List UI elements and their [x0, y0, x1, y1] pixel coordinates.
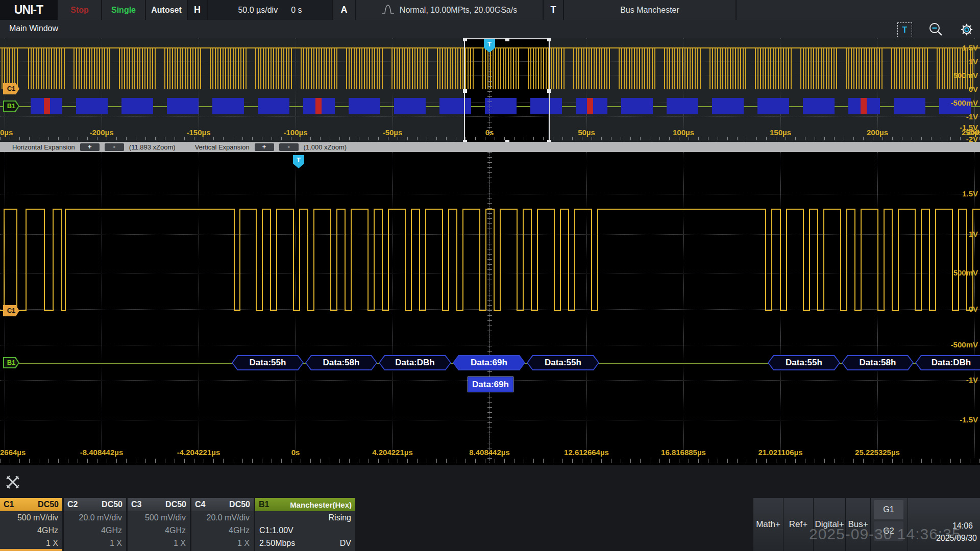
- overview-volt-label: 0V: [969, 85, 978, 93]
- c1-waveform: [0, 152, 980, 465]
- main-waveform-plot[interactable]: Data:55hData:58hData:DBhData:69hData:55h…: [0, 152, 980, 465]
- main-time-label: -8.408442µs: [80, 448, 124, 457]
- acquisition-info-text: Normal, 10.00MPts, 20.00GSa/s: [400, 6, 517, 15]
- c3-name: C3: [131, 500, 141, 509]
- horizontal-expansion-minus-button[interactable]: -: [105, 143, 124, 151]
- decode-box: Data:69h: [453, 355, 525, 370]
- overview-bus-frame: [167, 98, 199, 114]
- decode-box-label: Data:55h: [233, 356, 303, 369]
- overview-bus-error: [315, 98, 322, 114]
- channel-c4-tile[interactable]: C4DC50 20.0 mV/div 4GHz 1 X: [191, 498, 254, 551]
- main-volt-label: 500mV: [953, 268, 978, 277]
- window-settings-gear-icon[interactable]: [960, 22, 973, 36]
- main-time-label: 8.408442µs: [469, 448, 510, 457]
- overview-signal-burst: [937, 47, 973, 89]
- main-volt-label: 1V: [969, 230, 978, 238]
- zoom-window-box[interactable]: [464, 38, 550, 142]
- overview-bus-frame: [121, 98, 153, 114]
- overview-time-label: 100µs: [673, 128, 694, 137]
- autoset-button[interactable]: Autoset: [146, 0, 188, 20]
- c3-coupling: DC50: [165, 500, 186, 509]
- overview-signal-burst: [800, 47, 837, 89]
- main-b1-tag-label: B1: [4, 358, 18, 367]
- c1-bandwidth: 4GHz: [0, 524, 62, 537]
- single-button[interactable]: Single: [102, 0, 146, 20]
- bus-add-button[interactable]: Bus+: [846, 498, 871, 551]
- digital-add-button[interactable]: Digital+: [814, 498, 846, 551]
- b1-name: B1: [259, 500, 269, 509]
- overview-gridline: [296, 38, 296, 135]
- acquisition-info[interactable]: Normal, 10.00MPts, 20.00GSa/s: [356, 0, 544, 20]
- decode-box-label: Data:DBh: [916, 356, 980, 369]
- overview-signal-burst: [0, 47, 18, 89]
- overview-bus-frame: [667, 98, 698, 114]
- overview-time-label: 0µs: [0, 128, 13, 137]
- bus-status[interactable]: Bus Manchester: [564, 0, 737, 20]
- horizontal-expansion-label: Horizontal Expansion: [12, 143, 75, 151]
- trigger-marker-toggle-icon[interactable]: T: [897, 22, 912, 37]
- main-axis-line: [0, 463, 980, 463]
- channel-c1-tile[interactable]: C1DC50 500 mV/div 4GHz 1 X: [0, 498, 62, 551]
- toolbar-icons: FFT UltraAcq: [737, 0, 980, 20]
- overview-bus-frame: [212, 98, 244, 114]
- overview-volt-label: -2V: [966, 135, 978, 142]
- vertical-expansion-minus-button[interactable]: -: [279, 143, 299, 151]
- b1-edge: Rising: [329, 511, 351, 524]
- main-volt-label: -500mV: [951, 340, 978, 349]
- c3-bandwidth: 4GHz: [128, 524, 190, 537]
- channel-c2-tile[interactable]: C2DC50 20.0 mV/div 4GHz 1 X: [64, 498, 126, 551]
- c1-name: C1: [4, 500, 14, 509]
- zoom-out-icon[interactable]: [929, 22, 943, 36]
- decode-box: Data:58h: [305, 355, 377, 370]
- c1-coupling: DC50: [38, 500, 59, 509]
- overview-signal-burst: [391, 47, 428, 89]
- g2-button[interactable]: G2: [874, 521, 903, 541]
- horizontal-menu-button[interactable]: H: [188, 0, 208, 20]
- main-window-title: Main Window: [9, 24, 58, 33]
- overview-bus-frame: [394, 98, 426, 114]
- overview-bus-frame: [76, 98, 108, 114]
- group-column: G1 G2: [871, 498, 908, 551]
- c2-scale: 20.0 mV/div: [64, 511, 126, 524]
- main-volt-label: 0V: [969, 305, 978, 313]
- main-time-axis: 2664µs-8.408442µs-4.204221µs0s4.204221µs…: [0, 448, 980, 457]
- c2-coupling: DC50: [102, 500, 122, 509]
- stop-button[interactable]: Stop: [58, 0, 102, 20]
- top-toolbar: UNI-T Stop Single Autoset H 50.0 µs/div …: [0, 0, 980, 20]
- main-time-label: 0s: [291, 448, 300, 457]
- math-add-button[interactable]: Math+: [753, 498, 783, 551]
- c4-scale: 20.0 mV/div: [191, 511, 254, 524]
- xy-tools-icon[interactable]: [5, 474, 20, 492]
- overview-bus-error: [587, 98, 593, 114]
- timebase-display[interactable]: 50.0 µs/div 0 s: [208, 0, 333, 20]
- pulse-icon: [381, 3, 395, 17]
- overview-signal-burst: [891, 47, 928, 89]
- acquire-menu-button[interactable]: A: [333, 0, 356, 20]
- oscilloscope-app: UNI-T Stop Single Autoset H 50.0 µs/div …: [0, 0, 980, 551]
- c2-name: C2: [67, 500, 78, 509]
- c4-name: C4: [195, 500, 205, 509]
- main-window-bar: Main Window T: [0, 20, 980, 39]
- overview-volt-label: 1V: [969, 57, 978, 66]
- overview-volt-label: -1V: [966, 112, 978, 121]
- g1-button[interactable]: G1: [874, 500, 903, 519]
- channel-c3-tile[interactable]: C3DC50 500 mV/div 4GHz 1 X: [128, 498, 190, 551]
- c4-coupling: DC50: [229, 500, 250, 509]
- bus-b1-tile[interactable]: B1Manchester(Hex) Rising C1:1.00V 2.50Mb…: [255, 498, 355, 551]
- waveform-overview[interactable]: C1 B1 0µs-200µs-150µs-100µs-50µs0s50µs10…: [0, 38, 980, 142]
- c2-probe: 1 X: [64, 537, 126, 549]
- decode-box: Data:DBh: [915, 355, 980, 370]
- c4-bandwidth: 4GHz: [191, 524, 254, 537]
- overview-volt-label: -500mV: [951, 98, 978, 107]
- overview-bus-frame: [712, 98, 744, 114]
- horizontal-expansion-plus-button[interactable]: +: [80, 143, 100, 151]
- overview-signal-burst: [664, 47, 701, 89]
- overview-b1-tag-label: B1: [4, 102, 18, 111]
- ref-add-button[interactable]: Ref+: [783, 498, 814, 551]
- trigger-menu-button[interactable]: T: [544, 0, 564, 20]
- overview-signal-burst: [755, 47, 792, 89]
- c1-scale: 500 mV/div: [0, 511, 62, 524]
- overview-signal-burst: [619, 47, 655, 89]
- bottom-right-menu: Math+ Ref+ Digital+ Bus+ G1 G2 2 14:06: [753, 498, 980, 551]
- vertical-expansion-plus-button[interactable]: +: [255, 143, 274, 151]
